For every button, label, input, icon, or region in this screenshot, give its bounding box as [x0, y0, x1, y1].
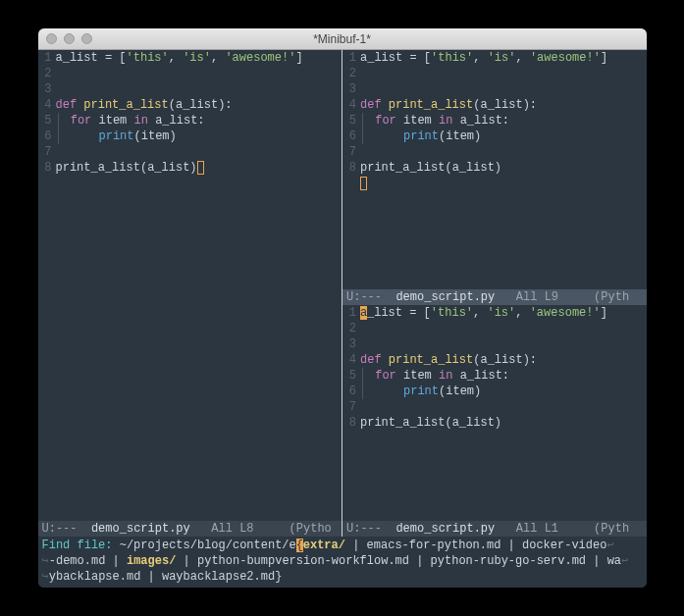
code-line[interactable]: [360, 81, 647, 97]
line-number: 4: [342, 97, 356, 113]
buffer-left[interactable]: 12345678 a_list = ['this', 'is', 'awesom…: [38, 50, 342, 521]
gutter: 12345678: [342, 50, 360, 289]
modeline-status: U:---: [346, 521, 382, 537]
indent-guide: [58, 113, 71, 128]
code-line[interactable]: [56, 144, 342, 160]
wrap-icon: ↩: [621, 554, 628, 568]
code-area[interactable]: a_list = ['this', 'is', 'awesome!']def p…: [360, 50, 647, 289]
line-number: 7: [342, 144, 356, 160]
line-number: 8: [342, 415, 356, 431]
indent-guide: [362, 128, 375, 144]
code-line[interactable]: print(item): [56, 128, 342, 144]
modeline-pos: All L9: [516, 289, 558, 305]
code-line[interactable]: [360, 336, 647, 352]
gutter: 12345678: [342, 305, 360, 521]
line-number: 2: [342, 66, 356, 81]
indent-guide: [362, 113, 375, 128]
line-number: 6: [38, 128, 52, 144]
right-column: 12345678 a_list = ['this', 'is', 'awesom…: [342, 50, 647, 537]
indent-guide: [362, 368, 375, 384]
modeline-pos: All L8: [211, 521, 253, 537]
split-panes: 12345678 a_list = ['this', 'is', 'awesom…: [38, 50, 647, 537]
code-line[interactable]: print(item): [360, 384, 647, 399]
code-line[interactable]: print_a_list(a_list): [360, 415, 647, 431]
code-line[interactable]: for item in a_list:: [360, 368, 647, 384]
line-number: 3: [38, 81, 52, 97]
editor: 12345678 a_list = ['this', 'is', 'awesom…: [38, 50, 647, 588]
minibuffer[interactable]: Find file: ~/projects/blog/content/e{ext…: [38, 537, 647, 588]
line-number: 3: [342, 81, 356, 97]
code-area[interactable]: a_list = ['this', 'is', 'awesome!']def p…: [360, 305, 647, 521]
left-column: 12345678 a_list = ['this', 'is', 'awesom…: [38, 50, 342, 537]
buffer-top-right[interactable]: 12345678 a_list = ['this', 'is', 'awesom…: [342, 50, 647, 289]
modeline-status: U:---: [346, 289, 382, 305]
completion-highlight: images/: [127, 554, 176, 568]
modeline-pos: All L1: [516, 521, 558, 537]
code-line[interactable]: for item in a_list:: [56, 113, 342, 128]
line-number: 5: [38, 113, 52, 128]
code-line[interactable]: for item in a_list:: [360, 113, 647, 128]
line-number: 3: [342, 336, 356, 352]
line-number: 6: [342, 128, 356, 144]
modeline-mode: (Pyth: [594, 289, 629, 305]
titlebar[interactable]: *Minibuf-1*: [38, 28, 647, 50]
window-frame: *Minibuf-1* 12345678 a_list = ['this', '…: [38, 28, 647, 588]
code-line[interactable]: a_list = ['this', 'is', 'awesome!']: [360, 50, 647, 66]
modeline-left[interactable]: U:--- demo_script.py All L8 (Pytho: [38, 521, 342, 537]
cursor-icon: a: [360, 306, 367, 320]
line-number: 7: [342, 399, 356, 415]
buffer-bottom-right[interactable]: 12345678 a_list = ['this', 'is', 'awesom…: [342, 305, 647, 521]
code-line[interactable]: [56, 66, 342, 81]
window-title: *Minibuf-1*: [38, 32, 647, 46]
line-number: 1: [342, 305, 356, 321]
code-line[interactable]: print_a_list(a_list): [360, 160, 647, 176]
line-number: 7: [38, 144, 52, 160]
modeline-mode: (Pyth: [594, 521, 629, 537]
cursor-icon: [360, 177, 367, 190]
indent-guide: [58, 128, 71, 144]
line-number: 6: [342, 384, 356, 399]
modeline-file: demo_script.py: [91, 521, 190, 537]
code-line[interactable]: def print_a_list(a_list):: [360, 352, 647, 368]
minibuffer-line-2: ↪-demo.md | images/ | python-bumpversion…: [42, 553, 643, 569]
line-number: 2: [342, 321, 356, 336]
code-line[interactable]: [360, 66, 647, 81]
modeline-mode: (Pytho: [289, 521, 332, 537]
code-line[interactable]: a_list = ['this', 'is', 'awesome!']: [56, 50, 342, 66]
code-line[interactable]: print(item): [360, 128, 647, 144]
minibuffer-path: ~/projects/blog/content/e: [120, 539, 296, 552]
line-number: 4: [342, 352, 356, 368]
code-line[interactable]: [360, 321, 647, 336]
wrap-icon: ↪: [42, 554, 49, 568]
wrap-icon: ↩: [606, 539, 613, 552]
cursor-icon: [197, 161, 204, 175]
code-line[interactable]: a_list = ['this', 'is', 'awesome!']: [360, 305, 647, 321]
completion-rest: | emacs-for-python.md | docker-video: [345, 539, 606, 552]
minibuffer-line-1: Find file: ~/projects/blog/content/e{ext…: [42, 538, 643, 553]
minibuffer-line-3: ↪ybacklapse.md | waybacklapse2.md}: [42, 569, 643, 585]
code-line[interactable]: [360, 176, 647, 191]
line-number: 8: [38, 160, 52, 176]
modeline-bottom-right[interactable]: U:--- demo_script.py All L1 (Pyth: [342, 521, 647, 537]
modeline-file: demo_script.py: [395, 289, 495, 305]
code-line[interactable]: def print_a_list(a_list):: [56, 97, 342, 113]
gutter: 12345678: [38, 50, 56, 521]
line-number: 5: [342, 113, 356, 128]
completion-selected: extra/: [303, 539, 345, 552]
code-line[interactable]: [360, 144, 647, 160]
indent-guide: [362, 384, 375, 399]
line-number: 1: [38, 50, 52, 66]
line-number: 5: [342, 368, 356, 384]
cursor-icon: {: [296, 539, 303, 552]
line-number: 2: [38, 66, 52, 81]
line-number: 8: [342, 160, 356, 176]
code-line[interactable]: [56, 81, 342, 97]
line-number: 1: [342, 50, 356, 66]
modeline-top-right[interactable]: U:--- demo_script.py All L9 (Pyth: [342, 289, 647, 305]
code-line[interactable]: [360, 399, 647, 415]
code-area[interactable]: a_list = ['this', 'is', 'awesome!']def p…: [56, 50, 342, 521]
code-line[interactable]: def print_a_list(a_list):: [360, 97, 647, 113]
modeline-file: demo_script.py: [395, 521, 495, 537]
wrap-icon: ↪: [42, 570, 49, 584]
code-line[interactable]: print_a_list(a_list): [56, 160, 342, 176]
